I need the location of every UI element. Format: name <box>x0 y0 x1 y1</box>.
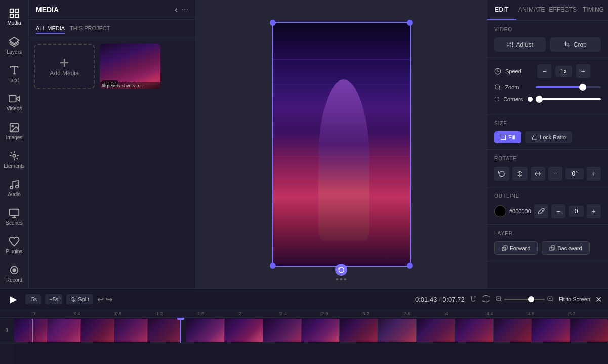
speed-decrease-button[interactable]: − <box>537 64 551 78</box>
video-section-label: VIDEO <box>494 27 601 32</box>
undo-button[interactable]: ↩ <box>97 295 104 304</box>
media-panel: MEDIA ‹ ··· ALL MEDIA THIS PROJECT Add M… <box>29 0 196 288</box>
adjust-button[interactable]: Adjust <box>494 37 546 52</box>
media-panel-menu-button[interactable]: ··· <box>182 5 188 14</box>
ruler-mark-12: :4.8 <box>525 311 567 316</box>
rotate-section-label: ROTATE <box>494 156 601 161</box>
corners-slider[interactable] <box>536 98 601 100</box>
tab-effects[interactable]: EFFECTS <box>547 0 579 20</box>
video-buttons: Adjust Crop <box>494 37 601 52</box>
outline-eyedropper-button[interactable] <box>534 204 548 218</box>
tab-this-project[interactable]: THIS PROJECT <box>70 24 110 34</box>
sidebar-item-text[interactable]: Text <box>0 60 29 88</box>
sidebar-item-audio[interactable]: Audio <box>0 174 29 202</box>
scenes-icon <box>9 208 20 219</box>
sync-icon <box>482 295 490 303</box>
speed-increase-button[interactable]: + <box>576 64 590 78</box>
canvas-inner <box>273 23 410 266</box>
svg-rect-2 <box>10 14 13 17</box>
handle-bottom-left[interactable] <box>270 263 276 269</box>
ruler-mark-13: :5.2 <box>567 311 609 316</box>
sidebar-item-videos[interactable]: Videos <box>0 88 29 116</box>
media-panel-collapse-button[interactable]: ‹ <box>175 5 177 14</box>
ruler-mark-11: :4.4 <box>484 311 526 316</box>
skip-fwd-button[interactable]: +5s <box>45 294 62 304</box>
tab-edit[interactable]: EDIT <box>487 0 516 20</box>
file-icon <box>102 83 106 87</box>
speed-control-row: Speed − 1x + <box>494 64 601 78</box>
layer-buttons: Forward Backward <box>494 241 601 255</box>
flip-h-button[interactable] <box>512 167 528 181</box>
rotate-ccw-button[interactable] <box>494 167 509 181</box>
outline-color-swatch[interactable] <box>494 205 506 217</box>
video-icon <box>9 93 20 104</box>
crop-button[interactable]: Crop <box>550 37 601 52</box>
svg-marker-5 <box>16 97 19 101</box>
svg-point-16 <box>13 269 16 272</box>
timeline-close-button[interactable]: ✕ <box>595 295 602 304</box>
sidebar-item-media[interactable]: Media <box>0 3 29 31</box>
outline-increase-button[interactable]: + <box>587 204 601 218</box>
flip-v-button[interactable] <box>531 167 546 181</box>
sidebar-item-images[interactable]: Images <box>0 117 29 145</box>
fit-to-screen-button[interactable]: Fit to Screen <box>559 296 590 302</box>
playhead[interactable] <box>180 318 181 343</box>
ruler-mark-8: :3.2 <box>360 311 402 316</box>
handle-bottom-right[interactable] <box>407 263 413 269</box>
zoom-slider[interactable] <box>536 86 601 88</box>
svg-rect-19 <box>102 84 106 87</box>
size-buttons: Fill Lock Ratio <box>494 131 601 143</box>
svg-rect-36 <box>533 137 537 140</box>
svg-point-11 <box>16 185 19 188</box>
sidebar-item-elements[interactable]: Elements <box>0 145 29 174</box>
svg-rect-0 <box>10 9 13 12</box>
right-panel: EDIT ANIMATE EFFECTS TIMING VIDEO Adjust… <box>487 0 608 288</box>
sync-button[interactable] <box>482 295 490 304</box>
split-button[interactable]: Split <box>66 294 93 304</box>
redo-button[interactable]: ↪ <box>106 295 112 304</box>
track-clip-2[interactable] <box>186 319 608 342</box>
adjust-icon <box>507 41 514 48</box>
size-section-label: SIZE <box>494 120 601 126</box>
rotate-value-increase-button[interactable]: + <box>587 167 601 181</box>
skip-back-button[interactable]: -5s <box>25 294 41 304</box>
crop-icon <box>564 41 571 48</box>
handle-top-left[interactable] <box>270 20 276 26</box>
rotate-value-decrease-button[interactable]: − <box>548 167 562 181</box>
sidebar-item-record[interactable]: Record <box>0 260 29 288</box>
layer-backward-button[interactable]: Backward <box>542 241 589 255</box>
zoom-in-button[interactable] <box>547 295 554 304</box>
lock-ratio-button[interactable]: Lock Ratio <box>525 131 572 143</box>
zoom-out-button[interactable] <box>495 295 502 304</box>
ruler-mark-7: :2.8 <box>319 311 361 316</box>
tab-timing[interactable]: TIMING <box>579 0 608 20</box>
split-icon <box>70 296 76 302</box>
svg-rect-35 <box>501 135 506 140</box>
ruler-mark-6: :2.4 <box>278 311 319 316</box>
corners-control-row: Corners <box>494 96 601 103</box>
svg-point-21 <box>340 278 342 280</box>
handle-top-right[interactable] <box>407 20 413 26</box>
track-clip-1[interactable] <box>14 319 180 342</box>
layer-forward-button[interactable]: Forward <box>494 241 538 255</box>
text-icon <box>9 65 20 76</box>
timeline-area: ▶ -5s +5s Split ↩ ↪ 0:01.43 / 0:07.72 <box>0 288 608 364</box>
timeline-zoom-slider[interactable] <box>504 299 545 300</box>
fill-button[interactable]: Fill <box>494 131 521 143</box>
handle-bottom-center[interactable] <box>335 264 347 276</box>
lock-icon <box>532 134 538 140</box>
tab-animate[interactable]: ANIMATE <box>516 0 547 20</box>
magnet-button[interactable] <box>470 295 477 304</box>
outline-value: 0 <box>569 206 584 217</box>
svg-line-34 <box>499 89 500 90</box>
sidebar-item-scenes[interactable]: Scenes <box>0 203 29 231</box>
media-content: Add Media 00:07 pexels-shvets-p... <box>29 38 195 94</box>
outline-decrease-button[interactable]: − <box>551 204 565 218</box>
size-section: SIZE Fill Lock Ratio <box>487 114 608 150</box>
sidebar-item-layers[interactable]: Layers <box>0 31 29 59</box>
media-thumbnail[interactable]: 00:07 pexels-shvets-p... <box>100 44 160 89</box>
play-button[interactable]: ▶ <box>6 292 21 307</box>
sidebar-item-plugins[interactable]: Plugins <box>0 231 29 259</box>
tab-all-media[interactable]: ALL MEDIA <box>36 24 65 34</box>
add-media-button[interactable]: Add Media <box>34 44 95 89</box>
